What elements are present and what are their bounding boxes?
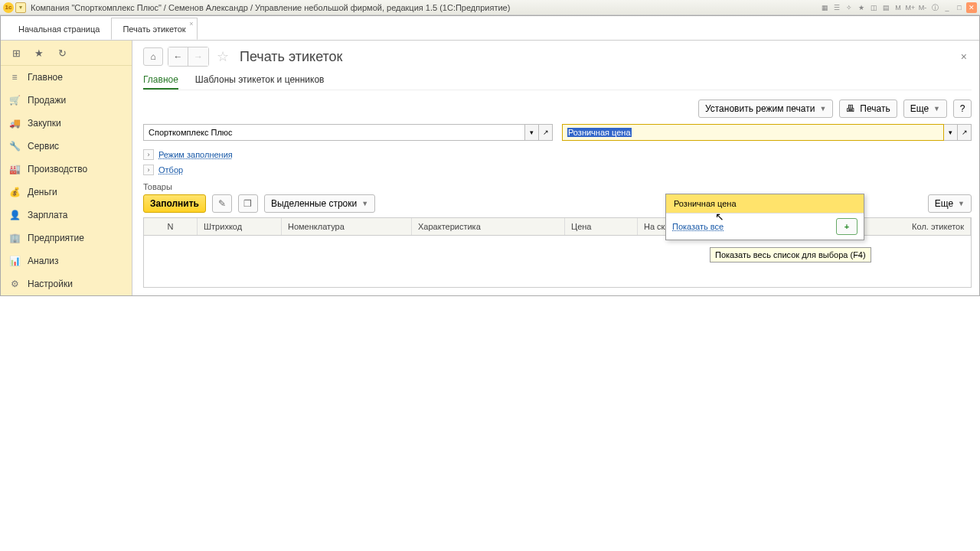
nav-back-button[interactable]: ← xyxy=(168,47,188,66)
page-title: Печать этикеток xyxy=(240,49,342,65)
subtab-templates[interactable]: Шаблоны этикеток и ценников xyxy=(195,73,325,90)
button-label: Печать xyxy=(860,103,890,114)
printer-icon: 🖶 xyxy=(846,103,855,114)
star-icon[interactable]: ★ xyxy=(33,47,45,59)
col-nomenclature[interactable]: Номенклатура xyxy=(282,218,412,235)
sidebar-item-label: Зарплата xyxy=(28,210,68,220)
toolbar-icon[interactable]: ✧ xyxy=(844,2,854,13)
copy-icon-button[interactable]: ❐ xyxy=(238,194,258,213)
sidebar-item-company[interactable]: 🏢Предприятие xyxy=(1,227,132,249)
purchases-icon: 🚚 xyxy=(9,118,20,129)
toolbar-m-icon[interactable]: M- xyxy=(917,2,928,13)
help-button[interactable]: ? xyxy=(953,99,972,118)
sidebar-item-settings[interactable]: ⚙Настройки xyxy=(1,272,132,295)
sidebar-item-label: Анализ xyxy=(28,256,59,266)
apps-icon[interactable]: ⊞ xyxy=(10,47,22,59)
tab-close-icon[interactable]: × xyxy=(189,20,193,28)
tab-label: Печать этикеток xyxy=(122,24,185,34)
tab-print-labels[interactable]: Печать этикеток × xyxy=(111,18,197,40)
salary-icon: 👤 xyxy=(9,210,20,220)
dropdown-button[interactable]: ▾ xyxy=(525,124,539,141)
toolbar-m-icon[interactable]: M xyxy=(893,2,903,13)
company-icon: 🏢 xyxy=(9,233,20,243)
show-all-link[interactable]: Показать все xyxy=(672,222,830,231)
sidebar-item-salary[interactable]: 👤Зарплата xyxy=(1,204,132,227)
tooltip: Показать весь список для выбора (F4) xyxy=(710,247,871,262)
sidebar-item-service[interactable]: 🔧Сервис xyxy=(1,135,132,158)
titlebar: 1c ▾ Компания "Спорткомплекс Плюс" / Сем… xyxy=(0,0,980,15)
sidebar-item-label: Настройки xyxy=(28,279,73,289)
toolbar-icon[interactable]: ▤ xyxy=(880,2,891,13)
col-characteristic[interactable]: Характеристика xyxy=(412,218,565,235)
maximize-button[interactable]: □ xyxy=(954,2,965,13)
favorite-icon[interactable]: ★ xyxy=(856,2,867,13)
button-label: Еще xyxy=(935,198,953,209)
print-mode-button[interactable]: Установить режим печати▼ xyxy=(698,99,833,118)
more-button-2[interactable]: Еще▼ xyxy=(928,194,972,213)
add-button[interactable]: + xyxy=(836,218,858,235)
sales-icon: 🛒 xyxy=(9,95,20,106)
price-field: Розничная цена ▾ ↗ xyxy=(562,124,972,141)
window-title: Компания "Спорткомплекс Плюс" / Семенов … xyxy=(31,3,819,12)
sidebar-item-label: Производство xyxy=(28,164,87,174)
nav-forward-button[interactable]: → xyxy=(188,47,208,66)
nav-home-button[interactable]: ⌂ xyxy=(143,47,163,66)
toolbar-icon[interactable]: ▦ xyxy=(819,2,830,13)
more-button[interactable]: Еще▼ xyxy=(903,99,947,118)
col-n[interactable]: N xyxy=(144,218,198,235)
minimize-button[interactable]: _ xyxy=(942,2,952,13)
expander-label: Режим заполнения xyxy=(158,150,233,159)
filter-expander[interactable]: › Отбор xyxy=(143,165,972,175)
fill-button[interactable]: Заполнить xyxy=(143,194,206,213)
sidebar-item-label: Деньги xyxy=(28,187,57,197)
edit-icon-button[interactable]: ✎ xyxy=(212,194,232,213)
selected-rows-button[interactable]: Выделенные строки▼ xyxy=(264,194,375,213)
sidebar-item-money[interactable]: 💰Деньги xyxy=(1,181,132,204)
org-field: ▾ ↗ xyxy=(143,124,553,141)
sidebar-item-label: Сервис xyxy=(28,141,59,152)
button-label: Еще xyxy=(910,103,929,114)
dropdown-item-retail[interactable]: Розничная цена xyxy=(666,194,864,213)
toolbar-icon[interactable]: ☰ xyxy=(831,2,842,13)
sidebar-item-sales[interactable]: 🛒Продажи xyxy=(1,89,132,112)
sidebar-item-analysis[interactable]: 📊Анализ xyxy=(1,249,132,272)
content-area: ⌂ ← → ☆ Печать этикеток × Главное Шаблон… xyxy=(132,41,979,295)
print-button[interactable]: 🖶Печать xyxy=(839,99,897,118)
sidebar-item-label: Закупки xyxy=(28,118,61,129)
col-price[interactable]: Цена xyxy=(565,218,638,235)
sidebar-item-label: Продажи xyxy=(28,95,66,106)
button-label: Установить режим печати xyxy=(705,103,815,114)
dropdown-button[interactable]: ▾ xyxy=(944,124,958,141)
toolbar-m-icon[interactable]: M+ xyxy=(905,2,916,13)
settings-icon: ⚙ xyxy=(9,279,20,289)
close-page-button[interactable]: × xyxy=(956,49,972,64)
sidebar-item-label: Главное xyxy=(28,72,63,83)
sidebar-item-purchases[interactable]: 🚚Закупки xyxy=(1,112,132,135)
price-input[interactable]: Розничная цена xyxy=(562,124,944,141)
subtab-main[interactable]: Главное xyxy=(143,73,178,90)
app-menu-dropdown[interactable]: ▾ xyxy=(15,2,26,13)
tab-bar: Начальная страница Печать этикеток × xyxy=(1,16,979,41)
chevron-right-icon: › xyxy=(143,149,154,160)
history-icon[interactable]: ↻ xyxy=(56,47,68,59)
sidebar-item-production[interactable]: 🏭Производство xyxy=(1,158,132,181)
col-barcode[interactable]: Штрихкод xyxy=(198,218,282,235)
sidebar-item-label: Предприятие xyxy=(28,233,84,243)
home-icon: ≡ xyxy=(9,72,20,83)
price-dropdown: Розничная цена Показать все + xyxy=(665,194,864,240)
sidebar: ⊞ ★ ↻ ≡Главное 🛒Продажи 🚚Закупки 🔧Сервис… xyxy=(1,41,132,295)
expand-button[interactable]: ↗ xyxy=(539,124,553,141)
org-input[interactable] xyxy=(143,124,525,141)
close-button[interactable]: ✕ xyxy=(966,2,977,13)
toolbar-icon[interactable]: ◫ xyxy=(868,2,879,13)
app-logo-icon: 1c xyxy=(3,2,14,13)
sidebar-item-main[interactable]: ≡Главное xyxy=(1,66,132,89)
info-icon[interactable]: ⓘ xyxy=(929,2,940,13)
chevron-down-icon: ▼ xyxy=(958,200,965,207)
tab-home[interactable]: Начальная страница xyxy=(7,18,111,40)
favorite-star-icon[interactable]: ☆ xyxy=(217,48,229,65)
chevron-down-icon: ▼ xyxy=(819,105,826,112)
fill-mode-expander[interactable]: › Режим заполнения xyxy=(143,149,972,160)
expand-button[interactable]: ↗ xyxy=(958,124,972,141)
section-label: Товары xyxy=(143,182,972,191)
